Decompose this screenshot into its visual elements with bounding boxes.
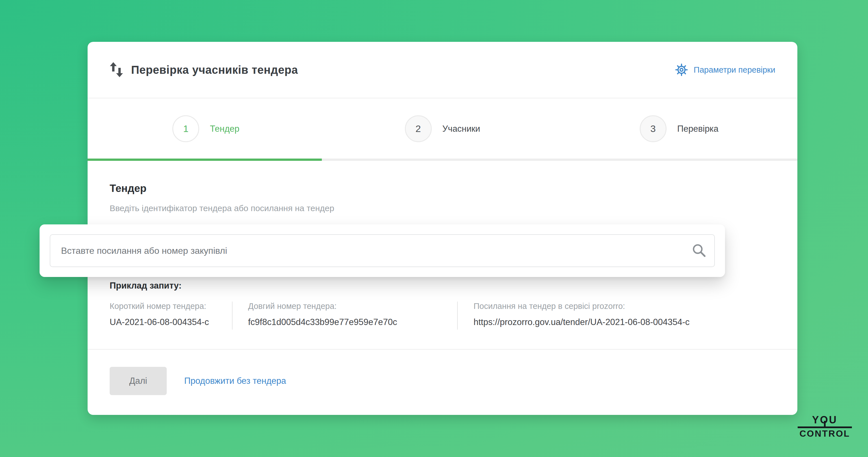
transfer-arrows-icon — [110, 62, 123, 78]
example-value: https://prozorro.gov.ua/tender/UA-2021-0… — [473, 317, 775, 327]
examples-row: Короткий номер тендера: UA-2021-06-08-00… — [110, 302, 775, 330]
example-long-number: Довгий номер тендера: fc9f8c1d005d4c33b9… — [232, 302, 458, 330]
examples-block: Приклад запиту: Короткий номер тендера: … — [110, 281, 775, 330]
example-short-number: Короткий номер тендера: UA-2021-06-08-00… — [110, 302, 232, 330]
step-label: Тендер — [210, 124, 239, 134]
step-tab-tender[interactable]: 1 Тендер — [88, 99, 324, 158]
step-number: 1 — [173, 115, 199, 142]
example-label: Короткий номер тендера: — [110, 302, 221, 311]
page-background: Перевірка учасників тендера Параметри пе… — [0, 0, 868, 457]
step-tab-check[interactable]: 3 Перевірка — [561, 99, 797, 158]
example-prozorro-link: Посилання на тендер в сервісі prozorro: … — [458, 302, 775, 327]
next-button[interactable]: Далі — [110, 367, 167, 395]
logo-control-text: CONTROL — [798, 429, 852, 438]
search-icon[interactable] — [691, 243, 707, 258]
steps-progress-track — [88, 158, 797, 161]
card-footer: Далі Продовжити без тендера — [110, 367, 286, 395]
step-number: 2 — [405, 115, 432, 142]
example-label: Довгий номер тендера: — [248, 302, 446, 311]
steps-nav: 1 Тендер 2 Учасники 3 Перевірка — [88, 99, 797, 158]
step-number: 3 — [640, 115, 666, 142]
youcontrol-logo: YOU CONTROL — [798, 415, 852, 438]
logo-bar — [798, 426, 852, 428]
continue-without-tender-link[interactable]: Продовжити без тендера — [184, 376, 286, 386]
tender-section-heading: Тендер — [110, 183, 146, 194]
tender-section-description: Введіть ідентифікатор тендера або посила… — [110, 204, 334, 213]
search-input[interactable] — [50, 234, 715, 267]
check-parameters-label: Параметри перевірки — [694, 65, 775, 74]
example-label: Посилання на тендер в сервісі prozorro: — [473, 302, 775, 311]
page-title: Перевірка учасників тендера — [131, 64, 298, 76]
step-tab-participants[interactable]: 2 Учасники — [324, 99, 561, 158]
gear-icon — [675, 63, 688, 76]
example-value: fc9f8c1d005d4c33b99e77e959e7e70c — [248, 317, 446, 327]
examples-heading: Приклад запиту: — [110, 281, 775, 291]
logo-t-stem — [824, 421, 826, 428]
search-popover — [39, 224, 725, 277]
example-value: UA-2021-06-08-004354-c — [110, 317, 221, 327]
step-label: Перевірка — [677, 124, 718, 134]
check-parameters-link[interactable]: Параметри перевірки — [675, 63, 775, 76]
steps-progress-fill — [88, 158, 322, 161]
card-header: Перевірка учасників тендера Параметри пе… — [88, 42, 797, 98]
title-wrap: Перевірка учасників тендера — [110, 62, 298, 78]
step-label: Учасники — [442, 124, 480, 134]
footer-divider — [88, 349, 797, 349]
